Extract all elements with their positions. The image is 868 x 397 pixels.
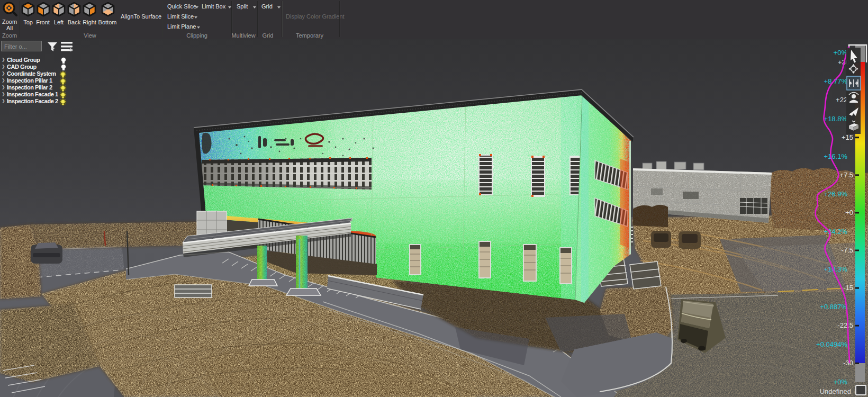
- svg-text:+16.1%: +16.1%: [824, 152, 848, 160]
- svg-text:+18.8%: +18.8%: [824, 115, 848, 123]
- svg-text:Undefined: Undefined: [820, 387, 851, 395]
- svg-text:+15: +15: [842, 133, 853, 141]
- svg-text:-7.5: -7.5: [842, 246, 853, 254]
- svg-text:+0.0494%: +0.0494%: [816, 340, 847, 348]
- svg-text:-15: -15: [843, 284, 853, 292]
- svg-text:+0.887%: +0.887%: [820, 303, 847, 311]
- svg-text:+7.5: +7.5: [839, 171, 853, 179]
- svg-text:+0%: +0%: [834, 378, 848, 386]
- svg-text:+26.9%: +26.9%: [824, 190, 848, 198]
- svg-text:+10.3%: +10.3%: [824, 265, 848, 273]
- svg-text:+0: +0: [845, 209, 853, 216]
- svg-text:-22.5: -22.5: [837, 321, 853, 329]
- svg-text:-30: -30: [843, 359, 853, 367]
